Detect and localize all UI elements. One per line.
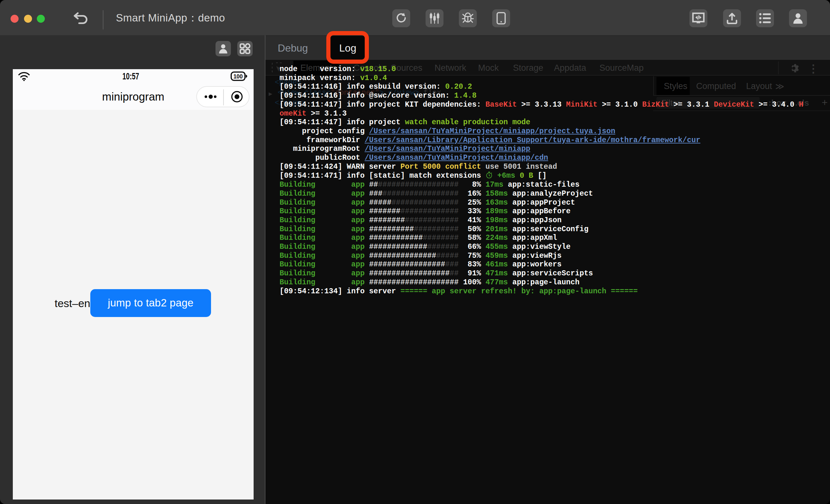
svg-text:100: 100 — [233, 73, 243, 80]
